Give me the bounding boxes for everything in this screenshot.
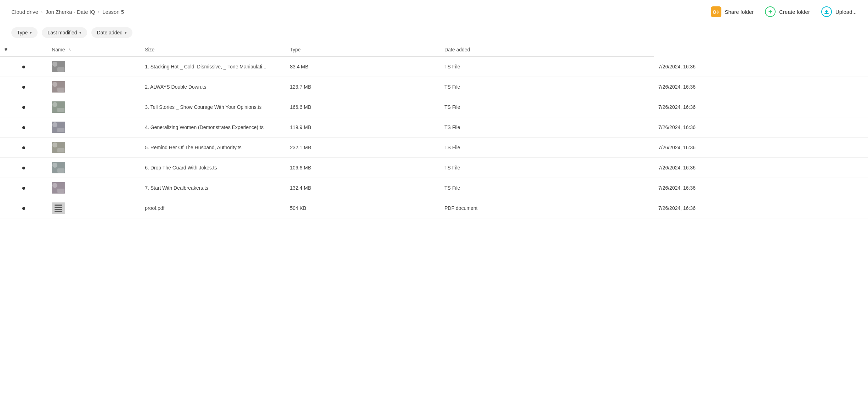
breadcrumb-cloud-drive[interactable]: Cloud drive — [11, 9, 38, 15]
file-name-cell[interactable]: 5. Remind Her Of The Husband, Authority.… — [141, 138, 286, 158]
fav-dot-icon — [22, 167, 25, 169]
file-type-cell: TS File — [440, 77, 654, 97]
fav-cell[interactable] — [0, 117, 47, 138]
col-header-fav: ♥ — [0, 43, 47, 57]
file-name-cell[interactable]: proof.pdf — [141, 198, 286, 218]
filter-modified-label: Last modified — [47, 30, 77, 35]
filter-modified-button[interactable]: Last modified ▾ — [42, 27, 87, 38]
breadcrumb-jon-zherka[interactable]: Jon Zherka - Date IQ — [46, 9, 95, 15]
thumb-cell — [47, 97, 141, 117]
col-header-date: Date added — [440, 43, 654, 57]
top-actions: Share folder + Create folder Upload... — [711, 6, 857, 17]
create-folder-button[interactable]: + Create folder — [765, 6, 810, 17]
col-name-label: Name — [52, 47, 65, 52]
top-bar: Cloud drive › Jon Zherka - Date IQ › Les… — [0, 0, 868, 22]
fav-cell[interactable] — [0, 138, 47, 158]
filter-date-added-label: Date added — [97, 30, 123, 35]
table-row[interactable]: 6. Drop The Guard With Jokes.ts106.6 MBT… — [0, 158, 868, 178]
filter-bar: Type ▾ Last modified ▾ Date added ▾ — [0, 22, 868, 43]
file-type-cell: TS File — [440, 158, 654, 178]
col-header-name[interactable]: Name ∧ — [47, 43, 141, 57]
sort-up-icon: ∧ — [68, 47, 71, 52]
fav-dot-icon — [22, 146, 25, 149]
table-row[interactable]: proof.pdf504 KBPDF document7/26/2024, 16… — [0, 198, 868, 218]
col-header-type: Type — [286, 43, 440, 57]
file-name-cell[interactable]: 2. ALWAYS Double Down.ts — [141, 77, 286, 97]
upload-icon — [821, 6, 832, 17]
share-folder-button[interactable]: Share folder — [711, 6, 754, 17]
file-name-cell[interactable]: 3. Tell Stories _ Show Courage With Your… — [141, 97, 286, 117]
file-size-cell: 106.6 MB — [286, 158, 440, 178]
fav-cell[interactable] — [0, 57, 47, 77]
file-date-cell: 7/26/2024, 16:36 — [654, 198, 868, 218]
breadcrumb-lesson5: Lesson 5 — [102, 9, 124, 15]
thumb-cell — [47, 198, 141, 218]
thumb-cell — [47, 77, 141, 97]
thumb-cell — [47, 117, 141, 138]
upload-label: Upload... — [835, 9, 857, 15]
file-size-cell: 83.4 MB — [286, 57, 440, 77]
file-type-cell: TS File — [440, 178, 654, 198]
file-date-cell: 7/26/2024, 16:36 — [654, 57, 868, 77]
fav-dot-icon — [22, 207, 25, 210]
create-folder-label: Create folder — [779, 9, 810, 15]
fav-dot-icon — [22, 187, 25, 190]
chevron-down-icon: ▾ — [30, 30, 32, 35]
fav-cell[interactable] — [0, 158, 47, 178]
fav-dot-icon — [22, 106, 25, 109]
breadcrumb: Cloud drive › Jon Zherka - Date IQ › Les… — [11, 9, 124, 15]
file-size-cell: 166.6 MB — [286, 97, 440, 117]
file-name-cell[interactable]: 1. Stacking Hot _ Cold, Dismissive, _ To… — [141, 57, 286, 77]
file-size-cell: 119.9 MB — [286, 117, 440, 138]
video-thumbnail — [52, 61, 65, 72]
file-type-cell: TS File — [440, 97, 654, 117]
table-row[interactable]: 2. ALWAYS Double Down.ts123.7 MBTS File7… — [0, 77, 868, 97]
upload-button[interactable]: Upload... — [821, 6, 857, 17]
video-thumbnail — [52, 101, 65, 113]
file-size-cell: 232.1 MB — [286, 138, 440, 158]
thumb-cell — [47, 178, 141, 198]
fav-cell[interactable] — [0, 198, 47, 218]
file-name-cell[interactable]: 4. Generalizing Women (Demonstrates Expe… — [141, 117, 286, 138]
share-icon — [711, 6, 721, 17]
file-type-cell: TS File — [440, 117, 654, 138]
breadcrumb-sep-1: › — [41, 9, 43, 15]
video-thumbnail — [52, 122, 65, 133]
video-thumbnail — [52, 81, 65, 93]
file-size-cell: 504 KB — [286, 198, 440, 218]
fav-dot-icon — [22, 66, 25, 68]
table-row[interactable]: 7. Start With Dealbreakers.ts132.4 MBTS … — [0, 178, 868, 198]
fav-cell[interactable] — [0, 97, 47, 117]
video-thumbnail — [52, 182, 65, 194]
video-thumbnail — [52, 142, 65, 153]
file-date-cell: 7/26/2024, 16:36 — [654, 138, 868, 158]
thumb-cell — [47, 138, 141, 158]
filter-date-added-button[interactable]: Date added ▾ — [91, 27, 132, 38]
table-row[interactable]: 3. Tell Stories _ Show Courage With Your… — [0, 97, 868, 117]
thumb-cell — [47, 158, 141, 178]
file-type-cell: TS File — [440, 138, 654, 158]
create-icon: + — [765, 6, 776, 17]
col-header-size: Size — [141, 43, 286, 57]
file-name-cell[interactable]: 7. Start With Dealbreakers.ts — [141, 178, 286, 198]
table-row[interactable]: 1. Stacking Hot _ Cold, Dismissive, _ To… — [0, 57, 868, 77]
file-size-cell: 123.7 MB — [286, 77, 440, 97]
file-date-cell: 7/26/2024, 16:36 — [654, 158, 868, 178]
file-name-cell[interactable]: 6. Drop The Guard With Jokes.ts — [141, 158, 286, 178]
fav-dot-icon — [22, 126, 25, 129]
filter-type-label: Type — [17, 30, 28, 35]
heart-header-icon: ♥ — [4, 46, 8, 52]
fav-cell[interactable] — [0, 77, 47, 97]
file-date-cell: 7/26/2024, 16:36 — [654, 178, 868, 198]
pdf-thumbnail — [52, 202, 65, 214]
table-row[interactable]: 5. Remind Her Of The Husband, Authority.… — [0, 138, 868, 158]
table-header-row: ♥ Name ∧ Size Type Date added — [0, 43, 868, 57]
chevron-down-icon-2: ▾ — [79, 30, 81, 35]
file-date-cell: 7/26/2024, 16:36 — [654, 117, 868, 138]
filter-type-button[interactable]: Type ▾ — [11, 27, 38, 38]
chevron-down-icon-3: ▾ — [125, 30, 127, 35]
file-date-cell: 7/26/2024, 16:36 — [654, 97, 868, 117]
fav-cell[interactable] — [0, 178, 47, 198]
file-date-cell: 7/26/2024, 16:36 — [654, 77, 868, 97]
table-row[interactable]: 4. Generalizing Women (Demonstrates Expe… — [0, 117, 868, 138]
